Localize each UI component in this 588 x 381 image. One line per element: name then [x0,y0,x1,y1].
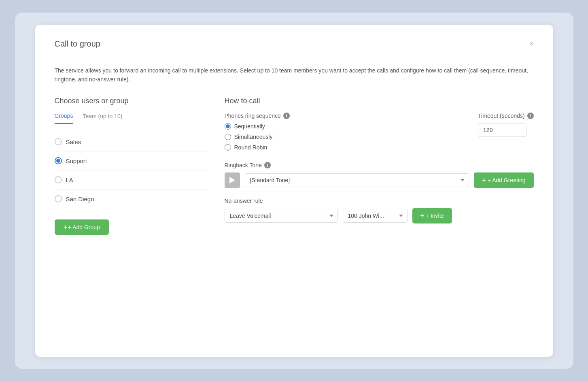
outer-wrapper: Call to group × The service allows you t… [15,13,573,369]
ringback-info-icon[interactable]: i [264,162,271,168]
add-greeting-label: + Add Greeting [488,177,526,183]
label-simultaneously: Simultaneously [234,134,273,140]
group-list: Sales Support LA San Diego [55,132,208,208]
radio-simultaneously[interactable] [225,134,231,140]
left-section-title: Choose users or group [55,97,208,105]
modal: Call to group × The service allows you t… [35,25,553,357]
modal-title: Call to group [55,39,100,49]
content-grid: Choose users or group Groups Team (up to… [55,97,534,235]
invite-button[interactable]: + + Invite [412,208,452,223]
ring-sequence-label: Phones ring sequence i [225,113,465,119]
ringback-controls: [Standard Tone] + + Add Greeting [225,172,534,188]
radio-option-round-robin[interactable]: Round Robin [225,144,465,151]
no-answer-label: No-answer rule [225,198,534,204]
right-section-title: How to call [225,97,534,105]
tab-team[interactable]: Team (up to 10) [83,113,122,124]
plus-icon: + [482,177,486,184]
add-group-button[interactable]: + + Add Group [55,219,109,235]
play-icon [229,177,235,183]
list-item: San Diego [55,189,208,208]
radio-sequentially[interactable] [225,123,231,130]
radio-san-diego[interactable] [55,195,62,202]
list-item: Sales [55,132,208,151]
timeout-label: Timeout (seconds) i [478,113,533,119]
add-greeting-button[interactable]: + + Add Greeting [474,172,533,188]
invite-label: + Invite [426,213,444,219]
timeout-group: Timeout (seconds) i [478,113,533,137]
user-select[interactable]: 100 John Wi... [343,209,408,223]
ringback-row: Ringback Tone i [Standard Tone] [225,162,534,188]
timeout-info-icon[interactable]: i [527,113,534,119]
ring-timeout-row: Phones ring sequence i Sequentially Simu… [225,113,534,151]
play-button[interactable] [225,172,240,188]
tone-select[interactable]: [Standard Tone] [245,173,469,187]
left-column: Choose users or group Groups Team (up to… [55,97,208,235]
add-group-label: + Add Group [68,224,100,230]
radio-option-simultaneously[interactable]: Simultaneously [225,134,465,140]
modal-description: The service allows you to forward an inc… [55,66,534,84]
ring-info-icon[interactable]: i [283,113,290,119]
group-label-san-diego: San Diego [66,196,94,202]
plus-icon: + [420,212,424,219]
group-label-la: LA [66,177,73,183]
modal-header: Call to group × [55,39,534,56]
tabs-container: Groups Team (up to 10) [55,113,208,124]
no-answer-row: No-answer rule Leave Voicemail 100 John … [225,198,534,223]
right-column: How to call Phones ring sequence i Seque… [225,97,534,235]
radio-support[interactable] [55,157,62,164]
radio-round-robin[interactable] [225,144,231,151]
group-label-sales: Sales [66,138,81,145]
voicemail-select[interactable]: Leave Voicemail [225,209,338,223]
ring-options: Sequentially Simultaneously Round Robin [225,123,465,151]
list-item: Support [55,151,208,170]
label-round-robin: Round Robin [234,144,267,151]
plus-icon: + [64,223,67,231]
close-button[interactable]: × [529,40,534,47]
ringback-label: Ringback Tone i [225,162,534,168]
svg-marker-0 [229,177,235,183]
list-item: LA [55,170,208,189]
no-answer-controls: Leave Voicemail 100 John Wi... + + Invit… [225,208,534,223]
radio-option-sequentially[interactable]: Sequentially [225,123,465,130]
label-sequentially: Sequentially [234,123,265,130]
group-label-support: Support [66,158,87,164]
tab-groups[interactable]: Groups [55,113,73,124]
radio-sales[interactable] [55,138,62,145]
ring-sequence-group: Phones ring sequence i Sequentially Simu… [225,113,465,151]
radio-la[interactable] [55,176,62,183]
timeout-input[interactable] [478,123,526,137]
